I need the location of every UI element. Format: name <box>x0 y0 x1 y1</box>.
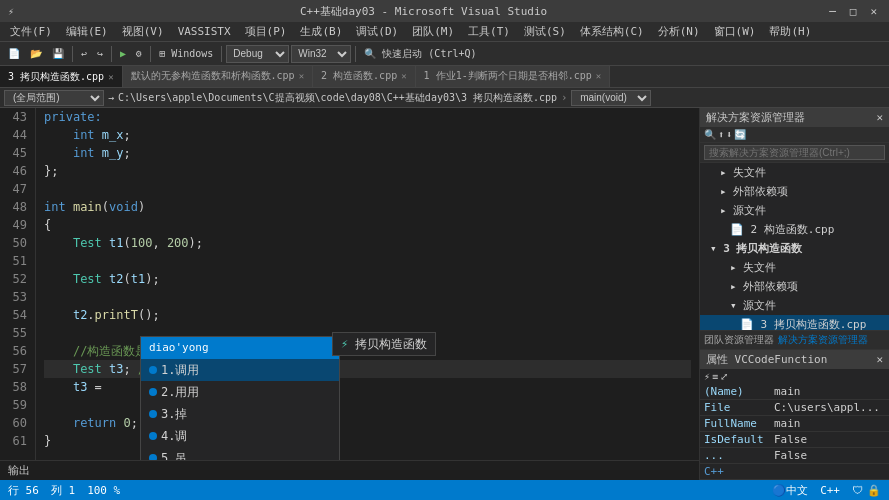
toolbar-sep-4 <box>221 46 222 62</box>
tab-close-1[interactable]: ✕ <box>299 71 304 81</box>
ac-label-2: 2.用用 <box>161 383 199 401</box>
toolbar-icon-build[interactable]: ⚙ <box>132 46 146 61</box>
toolbar-icon-open[interactable]: 📂 <box>26 46 46 61</box>
autocomplete-popup[interactable]: diao'yong 1.调用 2.用用 3.掉 4.调 5.吊 ▶ <box>140 336 340 460</box>
editor-scroll[interactable]: 43444546474849505152535455565758596061 p… <box>0 108 699 460</box>
menu-item-m[interactable]: 团队(M) <box>406 22 460 41</box>
close-button[interactable]: ✕ <box>866 5 881 18</box>
status-line: 行 56 <box>8 483 39 498</box>
tab-close-2[interactable]: ✕ <box>401 71 406 81</box>
menu-item-f[interactable]: 文件(F) <box>4 22 58 41</box>
tree-label-3: 📄 2 构造函数.cpp <box>730 222 834 237</box>
menu-item-s[interactable]: 测试(S) <box>518 22 572 41</box>
se-btn-1[interactable]: ⬆ <box>718 129 724 140</box>
props-close[interactable]: ✕ <box>876 353 883 366</box>
menu-item-vassistx[interactable]: VASSISTX <box>172 23 237 40</box>
ac-item-2[interactable]: 2.用用 <box>141 381 339 403</box>
app-icon: ⚡ <box>8 6 14 17</box>
props-btn-3[interactable]: ⤢ <box>720 371 728 382</box>
line-num-44: 44 <box>4 126 27 144</box>
props-btn-1[interactable]: ⚡ <box>704 371 710 382</box>
solution-search-input[interactable] <box>704 145 885 160</box>
search-box[interactable]: 🔍 快速启动 (Ctrl+Q) <box>360 45 480 63</box>
se-btn-3[interactable]: 🔄 <box>734 129 746 140</box>
menu-item-t[interactable]: 工具(T) <box>462 22 516 41</box>
tab-close-0[interactable]: ✕ <box>108 72 113 82</box>
line-num-47: 47 <box>4 180 27 198</box>
menu-item-d[interactable]: 调试(D) <box>350 22 404 41</box>
toolbar-icon-redo[interactable]: ↪ <box>93 46 107 61</box>
toolbar-label-windows: ⊞ Windows <box>155 46 217 61</box>
config-dropdown[interactable]: Debug Release <box>226 45 289 63</box>
window-title: C++基础day03 - Microsoft Visual Studio <box>22 4 825 19</box>
minimize-button[interactable]: ─ <box>825 5 840 18</box>
ac-dot-1 <box>149 366 157 374</box>
prop-val-file: C:\users\appl... <box>770 400 889 416</box>
status-icons: 🛡 🔒 <box>852 484 881 497</box>
status-bar: 行 56 列 1 100 % 🔵中文 C++ 🛡 🔒 <box>0 480 889 500</box>
menu-item-c[interactable]: 体系结构(C) <box>574 22 650 41</box>
tab-3[interactable]: 1 作业1-判断两个日期是否相邻.cpp✕ <box>416 66 611 87</box>
tree-item-4[interactable]: ▾ 3 拷贝构造函数 <box>700 239 889 258</box>
prop-row-file: File C:\users\appl... <box>700 400 889 416</box>
ac-item-1[interactable]: 1.调用 <box>141 359 339 381</box>
solution-tree: ▸ 失文件▸ 外部依赖项▸ 源文件 📄 2 构造函数.cpp▾ 3 拷贝构造函数… <box>700 163 889 330</box>
prop-row-extra: ... False <box>700 448 889 464</box>
platform-dropdown[interactable]: Win32 x64 <box>291 45 351 63</box>
menu-item-p[interactable]: 项目(P) <box>239 22 293 41</box>
status-zoom: 100 % <box>87 484 120 497</box>
toolbar-icon-save[interactable]: 💾 <box>48 46 68 61</box>
tab-close-3[interactable]: ✕ <box>596 71 601 81</box>
line-num-43: 43 <box>4 108 27 126</box>
menu-item-b[interactable]: 生成(B) <box>294 22 348 41</box>
ac-item-5[interactable]: 5.吊 <box>141 447 339 460</box>
tree-item-6[interactable]: ▸ 外部依赖项 <box>700 277 889 296</box>
status-icon-2: 🔒 <box>867 484 881 497</box>
tree-item-1[interactable]: ▸ 外部依赖项 <box>700 182 889 201</box>
tree-item-5[interactable]: ▸ 失文件 <box>700 258 889 277</box>
tree-item-7[interactable]: ▾ 源文件 <box>700 296 889 315</box>
menu-item-v[interactable]: 视图(V) <box>116 22 170 41</box>
ac-item-3[interactable]: 3.掉 <box>141 403 339 425</box>
maximize-button[interactable]: □ <box>846 5 861 18</box>
prop-row-name: (Name) main <box>700 384 889 400</box>
prop-val-name: main <box>770 384 889 400</box>
prop-row-fullname: FullName main <box>700 416 889 432</box>
prop-row-isdefault: IsDefault False <box>700 432 889 448</box>
tree-label-6: ▸ 外部依赖项 <box>730 279 798 294</box>
ac-label-3: 3.掉 <box>161 405 187 423</box>
se-btn-2[interactable]: ⬇ <box>726 129 732 140</box>
tree-label-7: ▾ 源文件 <box>730 298 776 313</box>
tab-0[interactable]: 3 拷贝构造函数.cpp✕ <box>0 66 123 87</box>
solution-explorer-tab[interactable]: 解决方案资源管理器 <box>778 333 868 347</box>
tree-item-0[interactable]: ▸ 失文件 <box>700 163 889 182</box>
ac-item-4[interactable]: 4.调 <box>141 425 339 447</box>
toolbar-icon-new[interactable]: 📄 <box>4 46 24 61</box>
menu-item-w[interactable]: 窗口(W) <box>708 22 762 41</box>
function-dropdown[interactable]: main(void) <box>571 90 651 106</box>
toolbar-icon-run[interactable]: ▶ <box>116 46 130 61</box>
prop-key-extra: ... <box>700 448 770 464</box>
code-content[interactable]: private: int m_x; int m_y;};int main(voi… <box>36 108 699 460</box>
team-explorer-tab[interactable]: 团队资源管理器 <box>704 333 774 347</box>
scope-dropdown[interactable]: (全局范围) <box>4 90 104 106</box>
props-title: 属性 VCCodeFunction <box>706 352 827 367</box>
menu-item-n[interactable]: 分析(N) <box>652 22 706 41</box>
solution-explorer-title: 解决方案资源管理器 <box>706 110 805 125</box>
main-layout: 43444546474849505152535455565758596061 p… <box>0 108 889 480</box>
solution-explorer-close[interactable]: ✕ <box>876 111 883 124</box>
menu-item-e[interactable]: 编辑(E) <box>60 22 114 41</box>
properties-panel: 属性 VCCodeFunction ✕ ⚡ ≡ ⤢ (Name) main Fi… <box>700 349 889 480</box>
tab-2[interactable]: 2 构造函数.cpp✕ <box>313 66 416 87</box>
toolbar-icon-undo[interactable]: ↩ <box>77 46 91 61</box>
line-num-55: 55 <box>4 324 27 342</box>
props-btn-2[interactable]: ≡ <box>712 371 718 382</box>
tree-item-3[interactable]: 📄 2 构造函数.cpp <box>700 220 889 239</box>
menu-item-h[interactable]: 帮助(H) <box>763 22 817 41</box>
tree-item-8[interactable]: 📄 3 拷贝构造函数.cpp <box>700 315 889 330</box>
tree-item-2[interactable]: ▸ 源文件 <box>700 201 889 220</box>
output-label: 输出 <box>8 463 30 478</box>
line-num-57: 57 <box>4 360 27 378</box>
tab-1[interactable]: 默认的无参构造函数和析构函数.cpp✕ <box>123 66 314 87</box>
code-line-50: Test t1(100, 200); <box>44 234 691 252</box>
